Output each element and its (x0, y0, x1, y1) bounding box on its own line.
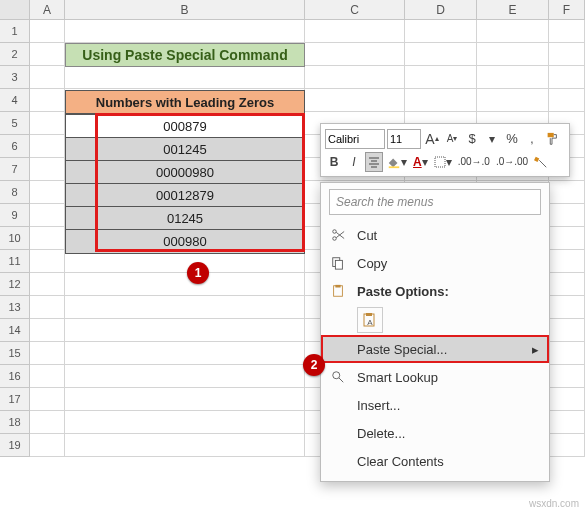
col-header-f[interactable]: F (549, 0, 585, 19)
font-color-button[interactable]: A▾ (411, 152, 430, 172)
format-brush-icon[interactable] (532, 152, 550, 172)
cell[interactable] (30, 204, 65, 227)
table-row[interactable]: 00012879 (66, 184, 304, 207)
cell[interactable] (305, 89, 405, 112)
cell[interactable] (65, 273, 305, 296)
row-header[interactable]: 6 (0, 135, 30, 158)
cell[interactable] (30, 135, 65, 158)
cell[interactable] (65, 365, 305, 388)
row-header[interactable]: 3 (0, 66, 30, 89)
cell[interactable] (30, 89, 65, 112)
cell[interactable] (30, 227, 65, 250)
paste-default-button[interactable]: A (357, 307, 383, 333)
menu-copy[interactable]: Copy (321, 249, 549, 277)
cell[interactable] (549, 388, 585, 411)
cell[interactable] (549, 319, 585, 342)
cell[interactable] (549, 411, 585, 434)
row-header[interactable]: 11 (0, 250, 30, 273)
cell[interactable] (65, 66, 305, 89)
cell[interactable] (549, 365, 585, 388)
row-header[interactable]: 7 (0, 158, 30, 181)
italic-button[interactable]: I (345, 152, 363, 172)
cell[interactable] (549, 20, 585, 43)
row-header[interactable]: 14 (0, 319, 30, 342)
menu-cut[interactable]: Cut (321, 221, 549, 249)
font-name-select[interactable] (325, 129, 385, 149)
cell[interactable] (65, 411, 305, 434)
cell[interactable] (405, 43, 477, 66)
cell[interactable] (549, 342, 585, 365)
row-header[interactable]: 16 (0, 365, 30, 388)
shrink-font-button[interactable]: A▾ (443, 129, 461, 149)
decrease-decimal-button[interactable]: .00→.0 (456, 152, 492, 172)
cell[interactable] (405, 20, 477, 43)
col-header-c[interactable]: C (305, 0, 405, 19)
menu-search-input[interactable]: Search the menus (329, 189, 541, 215)
grow-font-button[interactable]: A▴ (423, 129, 441, 149)
col-header-e[interactable]: E (477, 0, 549, 19)
cell[interactable] (549, 296, 585, 319)
row-header[interactable]: 10 (0, 227, 30, 250)
cell[interactable] (65, 296, 305, 319)
cell[interactable] (477, 66, 549, 89)
cell[interactable] (65, 388, 305, 411)
row-header[interactable]: 19 (0, 434, 30, 457)
cell[interactable] (30, 296, 65, 319)
row-header[interactable]: 1 (0, 20, 30, 43)
cell[interactable] (549, 43, 585, 66)
currency-button[interactable]: $ (463, 129, 481, 149)
cell[interactable] (30, 273, 65, 296)
col-header-a[interactable]: A (30, 0, 65, 19)
cell[interactable] (65, 434, 305, 457)
menu-smart-lookup[interactable]: Smart Lookup (321, 363, 549, 391)
increase-decimal-button[interactable]: .0→.00 (494, 152, 530, 172)
cell[interactable] (549, 66, 585, 89)
percent-button[interactable]: % (503, 129, 521, 149)
cell[interactable] (30, 342, 65, 365)
cell[interactable] (549, 204, 585, 227)
cell[interactable] (30, 319, 65, 342)
cell[interactable] (549, 227, 585, 250)
cell[interactable] (30, 20, 65, 43)
table-row[interactable]: 001245 (66, 138, 304, 161)
cell[interactable] (305, 66, 405, 89)
cell[interactable] (405, 66, 477, 89)
row-header[interactable]: 17 (0, 388, 30, 411)
fill-color-button[interactable]: ▾ (385, 152, 409, 172)
align-center-button[interactable] (365, 152, 383, 172)
row-header[interactable]: 12 (0, 273, 30, 296)
col-header-b[interactable]: B (65, 0, 305, 19)
cell[interactable] (30, 112, 65, 135)
format-painter-icon[interactable] (543, 129, 561, 149)
menu-clear-contents[interactable]: Clear Contents (321, 447, 549, 475)
row-header[interactable]: 5 (0, 112, 30, 135)
cell[interactable] (30, 365, 65, 388)
menu-insert[interactable]: Insert... (321, 391, 549, 419)
cell[interactable] (305, 43, 405, 66)
cell[interactable] (30, 158, 65, 181)
bold-button[interactable]: B (325, 152, 343, 172)
cell[interactable] (305, 20, 405, 43)
cell[interactable] (549, 273, 585, 296)
table-row[interactable]: 01245 (66, 207, 304, 230)
row-header[interactable]: 18 (0, 411, 30, 434)
menu-paste-special[interactable]: Paste Special... ▸ (321, 335, 549, 363)
row-header[interactable]: 8 (0, 181, 30, 204)
menu-delete[interactable]: Delete... (321, 419, 549, 447)
dropdown-icon[interactable]: ▾ (483, 129, 501, 149)
cell[interactable] (30, 250, 65, 273)
comma-button[interactable]: , (523, 129, 541, 149)
cell[interactable] (549, 434, 585, 457)
row-header[interactable]: 4 (0, 89, 30, 112)
row-header[interactable]: 9 (0, 204, 30, 227)
cell[interactable] (477, 20, 549, 43)
font-size-select[interactable] (387, 129, 421, 149)
row-header[interactable]: 15 (0, 342, 30, 365)
row-header[interactable]: 13 (0, 296, 30, 319)
cell[interactable] (549, 250, 585, 273)
table-row[interactable]: 00000980 (66, 161, 304, 184)
cell[interactable] (549, 181, 585, 204)
cell[interactable] (549, 89, 585, 112)
cell[interactable] (65, 342, 305, 365)
cell[interactable] (30, 43, 65, 66)
